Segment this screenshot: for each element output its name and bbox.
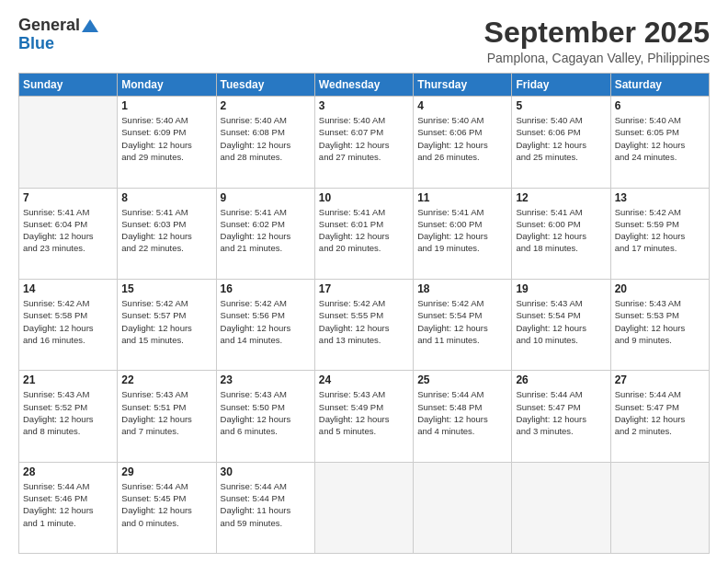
day-number: 9 — [221, 191, 311, 204]
calendar: SundayMondayTuesdayWednesdayThursdayFrid… — [18, 73, 710, 554]
location: Pamplona, Cagayan Valley, Philippines — [484, 51, 710, 65]
calendar-cell: 21Sunrise: 5:43 AMSunset: 5:52 PMDayligh… — [19, 371, 118, 462]
day-number: 5 — [516, 99, 606, 112]
day-info: Sunrise: 5:42 AMSunset: 5:58 PMDaylight:… — [23, 297, 113, 346]
calendar-cell: 15Sunrise: 5:42 AMSunset: 5:57 PMDayligh… — [118, 279, 216, 370]
day-number: 28 — [23, 465, 113, 478]
calendar-cell: 7Sunrise: 5:41 AMSunset: 6:04 PMDaylight… — [19, 188, 118, 279]
calendar-cell: 9Sunrise: 5:41 AMSunset: 6:02 PMDaylight… — [216, 188, 314, 279]
day-number: 7 — [23, 191, 113, 204]
day-number: 19 — [516, 282, 606, 295]
calendar-cell: 18Sunrise: 5:42 AMSunset: 5:54 PMDayligh… — [414, 279, 512, 370]
calendar-cell: 1Sunrise: 5:40 AMSunset: 6:09 PMDaylight… — [118, 97, 216, 188]
calendar-cell: 30Sunrise: 5:44 AMSunset: 5:44 PMDayligh… — [216, 462, 314, 553]
calendar-cell: 3Sunrise: 5:40 AMSunset: 6:07 PMDaylight… — [314, 97, 413, 188]
weekday-saturday: Saturday — [610, 74, 709, 97]
day-info: Sunrise: 5:40 AMSunset: 6:05 PMDaylight:… — [615, 114, 705, 163]
month-title: September 2025 — [484, 17, 710, 49]
calendar-cell: 14Sunrise: 5:42 AMSunset: 5:58 PMDayligh… — [19, 279, 118, 370]
day-info: Sunrise: 5:42 AMSunset: 5:59 PMDaylight:… — [615, 206, 705, 255]
day-info: Sunrise: 5:44 AMSunset: 5:45 PMDaylight:… — [121, 480, 211, 529]
day-info: Sunrise: 5:40 AMSunset: 6:06 PMDaylight:… — [417, 114, 507, 163]
calendar-cell: 2Sunrise: 5:40 AMSunset: 6:08 PMDaylight… — [216, 97, 314, 188]
calendar-cell: 4Sunrise: 5:40 AMSunset: 6:06 PMDaylight… — [414, 97, 512, 188]
day-info: Sunrise: 5:41 AMSunset: 6:00 PMDaylight:… — [516, 206, 606, 255]
weekday-friday: Friday — [512, 74, 610, 97]
logo: General Blue — [18, 17, 98, 53]
calendar-cell: 24Sunrise: 5:43 AMSunset: 5:49 PMDayligh… — [314, 371, 413, 462]
calendar-cell: 23Sunrise: 5:43 AMSunset: 5:50 PMDayligh… — [216, 371, 314, 462]
weekday-wednesday: Wednesday — [314, 74, 413, 97]
week-row-4: 21Sunrise: 5:43 AMSunset: 5:52 PMDayligh… — [19, 371, 710, 462]
calendar-cell: 5Sunrise: 5:40 AMSunset: 6:06 PMDaylight… — [512, 97, 610, 188]
day-number: 17 — [319, 282, 409, 295]
logo-general: General — [18, 17, 98, 35]
day-info: Sunrise: 5:44 AMSunset: 5:44 PMDaylight:… — [221, 480, 311, 529]
week-row-5: 28Sunrise: 5:44 AMSunset: 5:46 PMDayligh… — [19, 462, 710, 553]
day-number: 23 — [221, 373, 311, 386]
day-info: Sunrise: 5:41 AMSunset: 6:04 PMDaylight:… — [23, 206, 113, 255]
header: General Blue September 2025 Pamplona, Ca… — [18, 17, 710, 65]
calendar-cell: 11Sunrise: 5:41 AMSunset: 6:00 PMDayligh… — [414, 188, 512, 279]
day-info: Sunrise: 5:41 AMSunset: 6:00 PMDaylight:… — [417, 206, 507, 255]
day-info: Sunrise: 5:44 AMSunset: 5:47 PMDaylight:… — [615, 388, 705, 437]
calendar-cell — [19, 97, 118, 188]
day-number: 15 — [121, 282, 211, 295]
day-info: Sunrise: 5:43 AMSunset: 5:54 PMDaylight:… — [516, 297, 606, 346]
calendar-cell: 29Sunrise: 5:44 AMSunset: 5:45 PMDayligh… — [118, 462, 216, 553]
calendar-cell — [610, 462, 709, 553]
week-row-2: 7Sunrise: 5:41 AMSunset: 6:04 PMDaylight… — [19, 188, 710, 279]
calendar-cell: 28Sunrise: 5:44 AMSunset: 5:46 PMDayligh… — [19, 462, 118, 553]
day-info: Sunrise: 5:42 AMSunset: 5:54 PMDaylight:… — [417, 297, 507, 346]
day-number: 10 — [319, 191, 409, 204]
calendar-cell: 26Sunrise: 5:44 AMSunset: 5:47 PMDayligh… — [512, 371, 610, 462]
day-info: Sunrise: 5:40 AMSunset: 6:06 PMDaylight:… — [516, 114, 606, 163]
calendar-cell: 12Sunrise: 5:41 AMSunset: 6:00 PMDayligh… — [512, 188, 610, 279]
day-number: 3 — [319, 99, 409, 112]
day-number: 24 — [319, 373, 409, 386]
day-number: 16 — [221, 282, 311, 295]
weekday-monday: Monday — [118, 74, 216, 97]
page: General Blue September 2025 Pamplona, Ca… — [0, 0, 728, 563]
logo-blue: Blue — [18, 35, 54, 53]
day-info: Sunrise: 5:42 AMSunset: 5:56 PMDaylight:… — [221, 297, 311, 346]
day-number: 12 — [516, 191, 606, 204]
day-info: Sunrise: 5:42 AMSunset: 5:55 PMDaylight:… — [319, 297, 409, 346]
calendar-cell: 16Sunrise: 5:42 AMSunset: 5:56 PMDayligh… — [216, 279, 314, 370]
day-number: 14 — [23, 282, 113, 295]
week-row-3: 14Sunrise: 5:42 AMSunset: 5:58 PMDayligh… — [19, 279, 710, 370]
day-info: Sunrise: 5:41 AMSunset: 6:01 PMDaylight:… — [319, 206, 409, 255]
day-number: 22 — [121, 373, 211, 386]
title-block: September 2025 Pamplona, Cagayan Valley,… — [484, 17, 710, 65]
day-number: 8 — [121, 191, 211, 204]
weekday-thursday: Thursday — [414, 74, 512, 97]
day-info: Sunrise: 5:43 AMSunset: 5:51 PMDaylight:… — [121, 388, 211, 437]
week-row-1: 1Sunrise: 5:40 AMSunset: 6:09 PMDaylight… — [19, 97, 710, 188]
day-number: 18 — [417, 282, 507, 295]
day-number: 20 — [615, 282, 705, 295]
day-number: 4 — [417, 99, 507, 112]
day-number: 27 — [615, 373, 705, 386]
calendar-cell: 19Sunrise: 5:43 AMSunset: 5:54 PMDayligh… — [512, 279, 610, 370]
day-number: 1 — [121, 99, 211, 112]
calendar-cell — [314, 462, 413, 553]
day-info: Sunrise: 5:41 AMSunset: 6:03 PMDaylight:… — [121, 206, 211, 255]
calendar-cell: 25Sunrise: 5:44 AMSunset: 5:48 PMDayligh… — [414, 371, 512, 462]
calendar-cell: 8Sunrise: 5:41 AMSunset: 6:03 PMDaylight… — [118, 188, 216, 279]
day-number: 21 — [23, 373, 113, 386]
calendar-cell: 22Sunrise: 5:43 AMSunset: 5:51 PMDayligh… — [118, 371, 216, 462]
day-number: 6 — [615, 99, 705, 112]
day-info: Sunrise: 5:40 AMSunset: 6:07 PMDaylight:… — [319, 114, 409, 163]
day-number: 13 — [615, 191, 705, 204]
day-info: Sunrise: 5:43 AMSunset: 5:50 PMDaylight:… — [221, 388, 311, 437]
day-info: Sunrise: 5:44 AMSunset: 5:48 PMDaylight:… — [417, 388, 507, 437]
logo-icon — [82, 19, 98, 32]
day-number: 29 — [121, 465, 211, 478]
calendar-cell — [512, 462, 610, 553]
calendar-cell — [414, 462, 512, 553]
weekday-tuesday: Tuesday — [216, 74, 314, 97]
svg-marker-0 — [82, 19, 98, 32]
day-number: 25 — [417, 373, 507, 386]
day-info: Sunrise: 5:40 AMSunset: 6:08 PMDaylight:… — [221, 114, 311, 163]
day-info: Sunrise: 5:43 AMSunset: 5:52 PMDaylight:… — [23, 388, 113, 437]
